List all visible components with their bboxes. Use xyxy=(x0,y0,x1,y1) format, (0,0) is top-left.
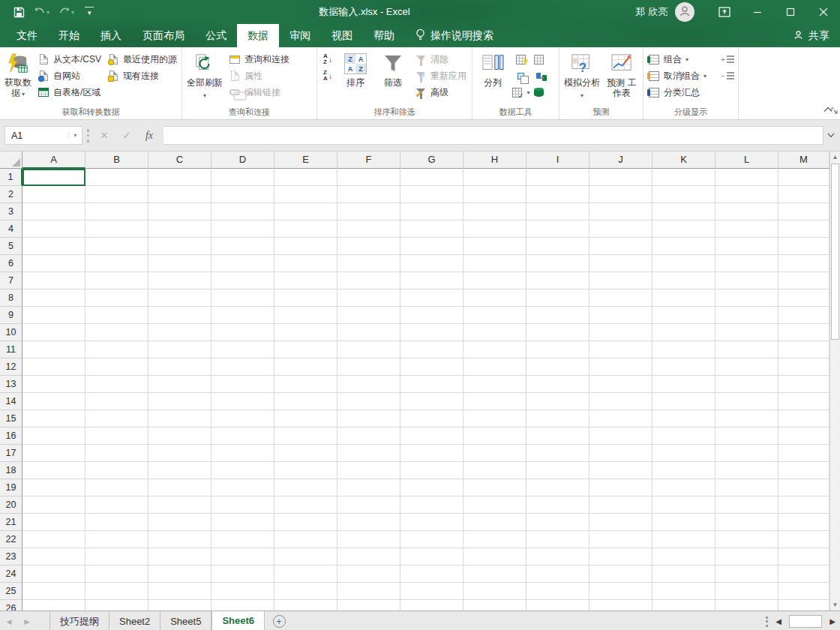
cell-L13[interactable] xyxy=(716,376,778,393)
cell-C7[interactable] xyxy=(148,272,212,290)
cell-K22[interactable] xyxy=(652,531,716,548)
cell-C16[interactable] xyxy=(148,428,212,445)
cell-L19[interactable] xyxy=(716,479,778,496)
cell-K10[interactable] xyxy=(652,324,716,341)
cell-M18[interactable] xyxy=(778,462,830,479)
cell-M4[interactable] xyxy=(778,220,830,238)
cell-J21[interactable] xyxy=(590,514,652,531)
column-header-B[interactable]: B xyxy=(86,152,148,169)
cell-B11[interactable] xyxy=(86,341,148,358)
ungroup-button[interactable]: 取消组合 ▾ xyxy=(645,68,718,84)
cell-F8[interactable] xyxy=(338,290,400,307)
cell-B20[interactable] xyxy=(86,496,148,514)
cell-F13[interactable] xyxy=(338,376,400,393)
cell-G21[interactable] xyxy=(400,514,464,531)
cell-D5[interactable] xyxy=(212,238,274,255)
cell-I1[interactable] xyxy=(526,169,590,186)
cell-A22[interactable] xyxy=(22,531,86,548)
cell-I26[interactable] xyxy=(526,600,590,610)
cell-E21[interactable] xyxy=(274,514,338,531)
cell-H7[interactable] xyxy=(464,272,526,290)
column-header-L[interactable]: L xyxy=(716,152,778,169)
cell-C6[interactable] xyxy=(148,255,212,272)
advanced-filter-button[interactable]: 高级 xyxy=(412,84,470,100)
cell-E5[interactable] xyxy=(274,238,338,255)
cell-I23[interactable] xyxy=(526,548,590,566)
cell-K20[interactable] xyxy=(652,496,716,514)
tab-review[interactable]: 审阅 xyxy=(279,24,321,47)
cell-L21[interactable] xyxy=(716,514,778,531)
expand-formula-bar-button[interactable] xyxy=(824,133,838,138)
data-validation-button[interactable]: ✓▾ xyxy=(512,84,530,100)
column-header-D[interactable]: D xyxy=(212,152,274,169)
cell-H14[interactable] xyxy=(464,393,526,410)
cell-B7[interactable] xyxy=(86,272,148,290)
cell-G12[interactable] xyxy=(400,358,464,376)
cell-L11[interactable] xyxy=(716,341,778,358)
cell-K25[interactable] xyxy=(652,583,716,600)
cell-L16[interactable] xyxy=(716,428,778,445)
cell-C21[interactable] xyxy=(148,514,212,531)
cell-B23[interactable] xyxy=(86,548,148,566)
row-header-21[interactable]: 21 xyxy=(0,514,22,531)
cell-A5[interactable] xyxy=(22,238,86,255)
cell-I15[interactable] xyxy=(526,410,590,428)
cell-H22[interactable] xyxy=(464,531,526,548)
cell-A6[interactable] xyxy=(22,255,86,272)
collapse-ribbon-button[interactable] xyxy=(824,104,832,115)
cell-F16[interactable] xyxy=(338,428,400,445)
cell-J12[interactable] xyxy=(590,358,652,376)
tab-help[interactable]: 帮助 xyxy=(363,24,405,47)
cell-F19[interactable] xyxy=(338,479,400,496)
cell-C11[interactable] xyxy=(148,341,212,358)
cell-H17[interactable] xyxy=(464,445,526,462)
cell-F6[interactable] xyxy=(338,255,400,272)
cell-C12[interactable] xyxy=(148,358,212,376)
tab-insert[interactable]: 插入 xyxy=(90,24,132,47)
cell-J2[interactable] xyxy=(590,186,652,203)
cell-F22[interactable] xyxy=(338,531,400,548)
cell-L26[interactable] xyxy=(716,600,778,610)
cell-K18[interactable] xyxy=(652,462,716,479)
cell-A16[interactable] xyxy=(22,428,86,445)
cell-L18[interactable] xyxy=(716,462,778,479)
cell-M7[interactable] xyxy=(778,272,830,290)
cell-A21[interactable] xyxy=(22,514,86,531)
user-avatar[interactable] xyxy=(675,2,694,22)
cell-B18[interactable] xyxy=(86,462,148,479)
cell-M10[interactable] xyxy=(778,324,830,341)
cell-G13[interactable] xyxy=(400,376,464,393)
cell-B24[interactable] xyxy=(86,566,148,583)
subtotal-button[interactable]: 分类汇总 xyxy=(645,84,718,100)
cell-I21[interactable] xyxy=(526,514,590,531)
cell-B17[interactable] xyxy=(86,445,148,462)
row-header-9[interactable]: 9 xyxy=(0,307,22,324)
cell-K17[interactable] xyxy=(652,445,716,462)
cell-E17[interactable] xyxy=(274,445,338,462)
cell-F15[interactable] xyxy=(338,410,400,428)
cell-I14[interactable] xyxy=(526,393,590,410)
cell-I25[interactable] xyxy=(526,583,590,600)
cell-D6[interactable] xyxy=(212,255,274,272)
manage-data-model-button[interactable] xyxy=(530,84,548,100)
cell-K21[interactable] xyxy=(652,514,716,531)
cell-J24[interactable] xyxy=(590,566,652,583)
cell-G3[interactable] xyxy=(400,203,464,220)
cell-I11[interactable] xyxy=(526,341,590,358)
cell-K24[interactable] xyxy=(652,566,716,583)
cell-D15[interactable] xyxy=(212,410,274,428)
cell-G7[interactable] xyxy=(400,272,464,290)
cell-F17[interactable] xyxy=(338,445,400,462)
select-all-corner[interactable] xyxy=(0,152,22,169)
cell-L24[interactable] xyxy=(716,566,778,583)
tab-split-handle[interactable] xyxy=(766,616,768,627)
cell-K19[interactable] xyxy=(652,479,716,496)
cell-F24[interactable] xyxy=(338,566,400,583)
group-button[interactable]: 组合 ▾ xyxy=(645,51,718,68)
cell-C14[interactable] xyxy=(148,393,212,410)
cell-D1[interactable] xyxy=(212,169,274,186)
cell-F10[interactable] xyxy=(338,324,400,341)
filter-button[interactable]: 筛选 xyxy=(374,50,412,88)
cell-E26[interactable] xyxy=(274,600,338,610)
cell-K3[interactable] xyxy=(652,203,716,220)
